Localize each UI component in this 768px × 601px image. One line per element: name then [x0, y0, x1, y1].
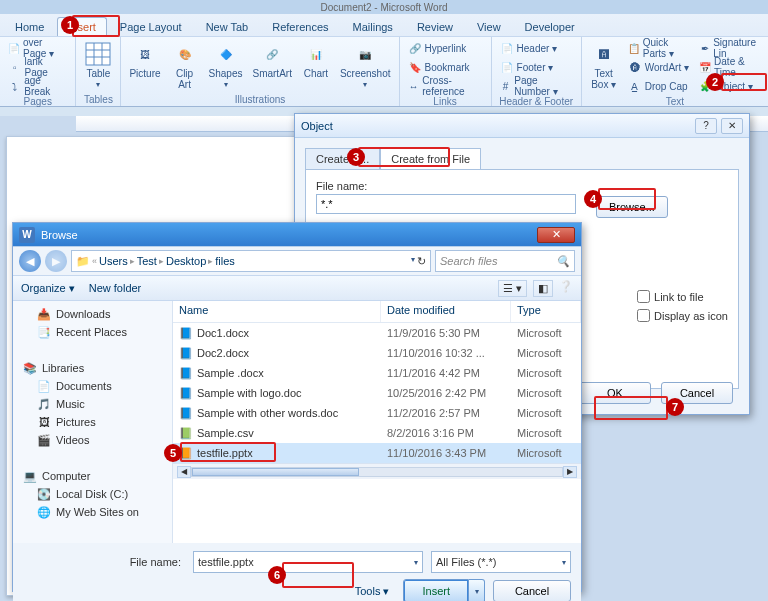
cover-page-icon: 📄	[8, 41, 20, 55]
browse-close-button[interactable]: ✕	[537, 227, 575, 243]
tab-review[interactable]: Review	[406, 17, 464, 36]
tab-create-new[interactable]: Create N...	[305, 148, 380, 169]
sidebar-item[interactable]: 🖼Pictures	[19, 413, 166, 431]
header-button[interactable]: 📄Header ▾	[498, 39, 575, 57]
dropcap-button[interactable]: A̲Drop Cap	[626, 77, 691, 95]
close-button[interactable]: ✕	[721, 118, 743, 134]
tab-references[interactable]: References	[261, 17, 339, 36]
ok-button[interactable]: OK	[579, 382, 651, 404]
breadcrumb[interactable]: files	[215, 255, 235, 267]
sidebar-item[interactable]: 📑Recent Places	[19, 323, 166, 341]
chart-button[interactable]: 📊Chart	[300, 39, 332, 81]
nav-back-button[interactable]: ◀	[19, 250, 41, 272]
col-name[interactable]: Name	[173, 301, 381, 322]
sidebar-item[interactable]: 📥Downloads	[19, 305, 166, 323]
shapes-button[interactable]: 🔷Shapes▾	[207, 39, 245, 91]
quickparts-button[interactable]: 📋Quick Parts ▾	[626, 39, 691, 57]
sidebar-item[interactable]: 💻Computer	[19, 467, 166, 485]
folder-icon: 📥	[37, 307, 51, 321]
file-row[interactable]: 📘Doc2.docx11/10/2016 10:32 ...Microsoft	[173, 343, 581, 363]
breadcrumb[interactable]: Test	[137, 255, 157, 267]
hyperlink-button[interactable]: 🔗Hyperlink	[406, 39, 485, 57]
picture-button[interactable]: 🖼Picture	[127, 39, 162, 81]
file-row[interactable]: 📙testfile.pptx11/10/2016 3:43 PMMicrosof…	[173, 443, 581, 463]
tab-view[interactable]: View	[466, 17, 512, 36]
crossref-button[interactable]: ↔Cross-reference	[406, 77, 485, 95]
link-to-file-check[interactable]	[637, 290, 650, 303]
smartart-button[interactable]: 🔗SmartArt	[250, 39, 293, 81]
browse-dialog-title[interactable]: W Browse ✕	[13, 223, 581, 247]
file-row[interactable]: 📘Sample .docx11/1/2016 4:42 PMMicrosoft	[173, 363, 581, 383]
file-date: 11/1/2016 4:42 PM	[381, 367, 511, 379]
preview-button[interactable]: ◧	[533, 280, 553, 297]
sidebar-item[interactable]: 🎵Music	[19, 395, 166, 413]
newfolder-button[interactable]: New folder	[89, 282, 142, 295]
filename-input[interactable]	[316, 194, 576, 214]
insert-button[interactable]: Insert	[403, 579, 469, 601]
object-dialog-title[interactable]: Object ? ✕	[295, 114, 749, 138]
clipart-button[interactable]: 🎨Clip Art	[169, 39, 201, 92]
scroll-thumb[interactable]	[192, 468, 359, 476]
display-as-icon-checkbox[interactable]: Display as icon	[637, 309, 728, 322]
link-to-file-checkbox[interactable]: Link to file	[637, 290, 728, 303]
breadcrumb[interactable]: Desktop	[166, 255, 206, 267]
sidebar-item[interactable]: 🌐My Web Sites on	[19, 503, 166, 521]
tab-newtab[interactable]: New Tab	[195, 17, 260, 36]
file-row[interactable]: 📘Sample with other words.doc11/2/2016 2:…	[173, 403, 581, 423]
file-list-header[interactable]: Name Date modified Type	[173, 301, 581, 323]
footer-button[interactable]: 📄Footer ▾	[498, 58, 575, 76]
filetype-combo[interactable]: All Files (*.*)▾	[431, 551, 571, 573]
quickparts-icon: 📋	[628, 41, 640, 55]
folder-icon: 📁	[76, 255, 90, 268]
address-bar[interactable]: 📁 « Users▸ Test▸ Desktop▸ files ▾↻	[71, 250, 431, 272]
filename-combo[interactable]: testfile.pptx▾	[193, 551, 423, 573]
tab-home[interactable]: Home	[4, 17, 55, 36]
search-input[interactable]: Search files🔍	[435, 250, 575, 272]
pagenumber-button[interactable]: #Page Number ▾	[498, 77, 575, 95]
display-as-icon-check[interactable]	[637, 309, 650, 322]
datetime-button[interactable]: 📅Date & Time	[697, 58, 762, 76]
hyperlink-icon: 🔗	[408, 41, 422, 55]
tab-mailings[interactable]: Mailings	[342, 17, 404, 36]
file-row[interactable]: 📘Sample with logo.doc10/25/2016 2:42 PMM…	[173, 383, 581, 403]
wordart-button[interactable]: 🅐WordArt ▾	[626, 58, 691, 76]
scroll-left-arrow[interactable]: ◀	[177, 466, 191, 478]
cover-page-button[interactable]: 📄over Page ▾	[6, 39, 69, 57]
sidebar-item[interactable]: 🎬Videos	[19, 431, 166, 449]
browse-button[interactable]: Browse...	[596, 196, 668, 218]
organize-button[interactable]: Organize ▾	[21, 282, 75, 295]
insert-split-button[interactable]: Insert ▾	[403, 579, 485, 601]
tab-pagelayout[interactable]: Page Layout	[109, 17, 193, 36]
table-button[interactable]: Table▾	[82, 39, 114, 91]
insert-dropdown[interactable]: ▾	[469, 579, 485, 601]
group-pages: 📄over Page ▾ ▫lank Page ⤵age Break Pages	[0, 37, 76, 106]
chart-icon: 📊	[302, 41, 330, 67]
scroll-right-arrow[interactable]: ▶	[563, 466, 577, 478]
bookmark-button[interactable]: 🔖Bookmark	[406, 58, 485, 76]
refresh-icon[interactable]: ↻	[417, 255, 426, 268]
tab-create-from-file[interactable]: Create from File	[380, 148, 481, 169]
col-date[interactable]: Date modified	[381, 301, 511, 322]
browse-dialog: W Browse ✕ ◀ ▶ 📁 « Users▸ Test▸ Desktop▸…	[12, 222, 582, 592]
nav-forward-button[interactable]: ▶	[45, 250, 67, 272]
file-row[interactable]: 📘Doc1.docx11/9/2016 5:30 PMMicrosoft	[173, 323, 581, 343]
file-row[interactable]: 📗Sample.csv8/2/2016 3:16 PMMicrosoft	[173, 423, 581, 443]
view-button[interactable]: ☰ ▾	[498, 280, 527, 297]
tab-developer[interactable]: Developer	[514, 17, 586, 36]
textbox-button[interactable]: 🅰Text Box ▾	[588, 39, 620, 92]
chevron-down-icon[interactable]: ▾	[411, 255, 415, 268]
blank-page-button[interactable]: ▫lank Page	[6, 58, 69, 76]
sidebar-item[interactable]: 📚Libraries	[19, 359, 166, 377]
tools-button[interactable]: Tools ▾	[355, 585, 390, 598]
screenshot-button[interactable]: 📷Screenshot▾	[338, 39, 393, 91]
sidebar-item[interactable]: 📄Documents	[19, 377, 166, 395]
sidebar-item[interactable]: 💽Local Disk (C:)	[19, 485, 166, 503]
col-type[interactable]: Type	[511, 301, 581, 322]
breadcrumb[interactable]: Users	[99, 255, 128, 267]
help-icon[interactable]: ❔	[559, 280, 573, 297]
help-button[interactable]: ?	[695, 118, 717, 134]
hscrollbar[interactable]: ◀ ▶	[173, 463, 581, 479]
browse-cancel-button[interactable]: Cancel	[493, 580, 571, 601]
signatureline-button[interactable]: ✒Signature Lin	[697, 39, 762, 57]
page-break-button[interactable]: ⤵age Break	[6, 77, 69, 95]
